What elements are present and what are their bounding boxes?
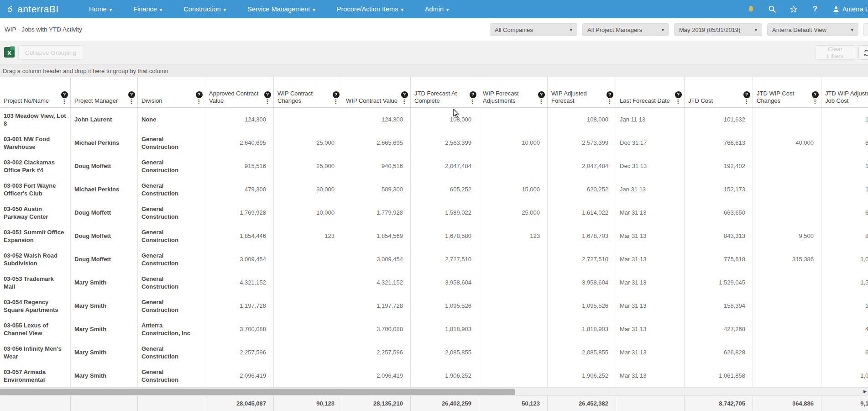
search-icon[interactable]	[768, 5, 776, 13]
table-row[interactable]: 03-052 Walsh Road SubdivisionDoug Moffet…	[0, 248, 868, 271]
table-cell	[753, 364, 821, 387]
horizontal-scrollbar[interactable]: ▶	[0, 387, 868, 395]
help-icon[interactable]: ?	[196, 91, 203, 98]
column-header[interactable]: Project Manager?⋮	[71, 77, 138, 107]
column-header[interactable]: WIP Contract Value?⋮	[342, 77, 411, 107]
column-header[interactable]: JTD WIP Adjusted Job Cost?⋮	[821, 77, 868, 107]
help-icon[interactable]: ?	[128, 91, 135, 98]
column-header[interactable]: WIP Forecast Adjustments?⋮	[479, 77, 548, 107]
clear-filters-button[interactable]: Clear Filters	[815, 45, 855, 60]
chevron-down-icon: ▾	[851, 27, 853, 33]
table-cell: 1,854,569	[342, 224, 411, 248]
table-cell: 806,613	[821, 131, 868, 154]
chevron-down-icon: ▾	[401, 7, 403, 13]
dropdown-value: May 2019 (05/31/2019)	[679, 26, 740, 33]
column-menu-icon[interactable]: ⋮	[675, 99, 681, 105]
table-cell: Mar 31 13	[616, 341, 685, 364]
table-row[interactable]: 03-001 NW Food WarehouseMichael PerkinsG…	[0, 131, 868, 154]
nav-item-construction[interactable]: Construction▾	[183, 5, 226, 13]
column-menu-icon[interactable]: ⋮	[62, 99, 68, 105]
table-cell: 4,321,152	[205, 271, 274, 294]
table-row[interactable]: 03-053 Trademark MallMary SmithGeneral C…	[0, 271, 868, 294]
column-menu-icon[interactable]: ⋮	[607, 99, 613, 105]
table-cell: 108,000	[411, 108, 479, 131]
table-cell: 626,828	[685, 341, 753, 364]
filter-dropdown-1[interactable]: All Project Managers▾	[582, 23, 669, 36]
group-by-dropzone[interactable]: Drag a column header and drop it here to…	[0, 64, 868, 77]
column-header[interactable]: Approved Contract Value?⋮	[205, 77, 274, 107]
column-menu-icon[interactable]: ⋮	[470, 99, 476, 105]
table-cell: Michael Perkins	[71, 131, 138, 154]
column-header[interactable]: JTD Forecast At Complete?⋮	[411, 77, 479, 107]
help-icon[interactable]: ?	[401, 91, 408, 98]
table-cell: 101,632	[821, 108, 868, 131]
table-row[interactable]: 103 Meadow View, Lot 8John LaurentNone12…	[0, 108, 868, 131]
table-cell: 843,313	[685, 224, 753, 248]
nav-item-finance[interactable]: Finance▾	[133, 5, 162, 13]
help-icon[interactable]: ?	[538, 91, 545, 98]
column-menu-icon[interactable]: ⋮	[196, 99, 202, 105]
column-menu-icon[interactable]: ⋮	[539, 99, 544, 105]
column-header[interactable]: WIP Contract Changes?⋮	[274, 77, 342, 107]
column-header[interactable]: JTD WIP Cost Changes?⋮	[753, 77, 821, 107]
scrollbar-right-arrow-icon[interactable]: ▶	[863, 389, 867, 394]
table-cell: 427,268	[821, 317, 868, 341]
table-row[interactable]: 03-051 Summit Office ExpansionDoug Moffe…	[0, 224, 868, 248]
column-header[interactable]: Division?⋮	[138, 77, 205, 107]
column-menu-icon[interactable]: ⋮	[265, 99, 271, 105]
table-row[interactable]: 03-002 Clackamas Office Park #4Doug Moff…	[0, 154, 868, 178]
filter-dropdown-3[interactable]: Anterra Default View▾	[767, 23, 858, 36]
table-row[interactable]: 03-003 Fort Wayne Officer's ClubMichael …	[0, 178, 868, 201]
table-cell: 40,000	[753, 131, 821, 154]
table-row[interactable]: 03-055 Lexus of Channel ViewMary SmithAn…	[0, 317, 868, 341]
nav-item-service-management[interactable]: Service Management▾	[247, 5, 315, 13]
table-cell	[274, 317, 342, 341]
help-icon[interactable]: ?	[61, 91, 68, 98]
column-header[interactable]: JTD Cost?⋮	[685, 77, 753, 107]
help-icon[interactable]: ?	[264, 91, 271, 98]
filter-dropdown-0[interactable]: All Companies▾	[490, 23, 577, 36]
column-menu-icon[interactable]: ⋮	[402, 99, 408, 105]
table-row[interactable]: 03-057 Armada EnvironmentalMary SmithGen…	[0, 364, 868, 387]
column-header-icons: ?⋮	[537, 91, 545, 105]
help-icon[interactable]: ?	[743, 91, 750, 98]
table-row[interactable]: 03-056 Infinity Men's WearMary SmithGene…	[0, 341, 868, 364]
nav-item-home[interactable]: Home▾	[89, 5, 112, 13]
refresh-button[interactable]	[858, 45, 868, 60]
help-icon[interactable]: ?	[812, 91, 819, 98]
user-menu[interactable]: Anterra U	[832, 5, 868, 13]
column-header-icons: ?⋮	[469, 91, 477, 105]
table-row[interactable]: 03-054 Regency Square ApartmentsMary Smi…	[0, 294, 868, 317]
help-icon[interactable]: ?	[675, 91, 682, 98]
scrollbar-thumb[interactable]	[0, 389, 515, 395]
column-menu-icon[interactable]: ⋮	[812, 99, 818, 105]
help-icon[interactable]: ?	[607, 91, 613, 98]
help-icon[interactable]: ?	[333, 91, 340, 98]
notifications-bell-icon[interactable]	[747, 5, 755, 13]
export-excel-icon[interactable]: X	[4, 46, 15, 60]
table-cell	[479, 271, 548, 294]
nav-item-admin[interactable]: Admin▾	[425, 5, 449, 13]
save-view-button[interactable]	[863, 23, 868, 36]
column-menu-icon[interactable]: ⋮	[333, 99, 339, 105]
table-cell	[753, 178, 821, 201]
nav-item-procore-action-items[interactable]: Procore/Action Items▾	[337, 5, 403, 13]
table-cell: 1,818,903	[411, 317, 479, 341]
filter-dropdown-2[interactable]: May 2019 (05/31/2019)▾	[674, 23, 762, 36]
table-cell: 152,173	[685, 178, 753, 201]
favorites-star-icon[interactable]	[790, 5, 798, 13]
table-cell: 1,095,526	[548, 294, 616, 317]
column-header[interactable]: Project No/Name?⋮	[0, 77, 71, 107]
help-icon[interactable]: ?	[470, 91, 476, 98]
column-menu-icon[interactable]: ⋮	[744, 99, 750, 105]
help-icon[interactable]: ?	[811, 5, 819, 13]
collapse-grouping-button[interactable]: Collapse Grouping	[18, 45, 83, 60]
table-cell: 03-002 Clackamas Office Park #4	[0, 154, 71, 178]
table-row[interactable]: 03-050 Austin Parkway CenterDoug Moffett…	[0, 201, 868, 224]
column-header[interactable]: WIP Adjusted Forecast?⋮	[548, 77, 616, 107]
table-cell	[479, 108, 548, 131]
table-cell: 103 Meadow View, Lot 8	[0, 108, 71, 131]
brand[interactable]: anterraBI	[0, 4, 75, 15]
column-header[interactable]: Last Forecast Date?⋮	[616, 77, 685, 107]
column-menu-icon[interactable]: ⋮	[129, 99, 135, 105]
